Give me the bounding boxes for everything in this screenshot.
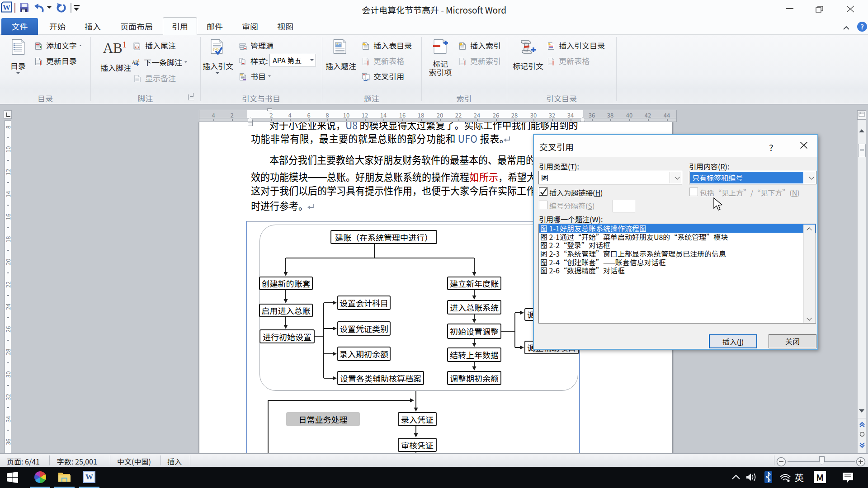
- svg-text:1: 1: [138, 59, 140, 63]
- svg-text:i: i: [137, 46, 137, 50]
